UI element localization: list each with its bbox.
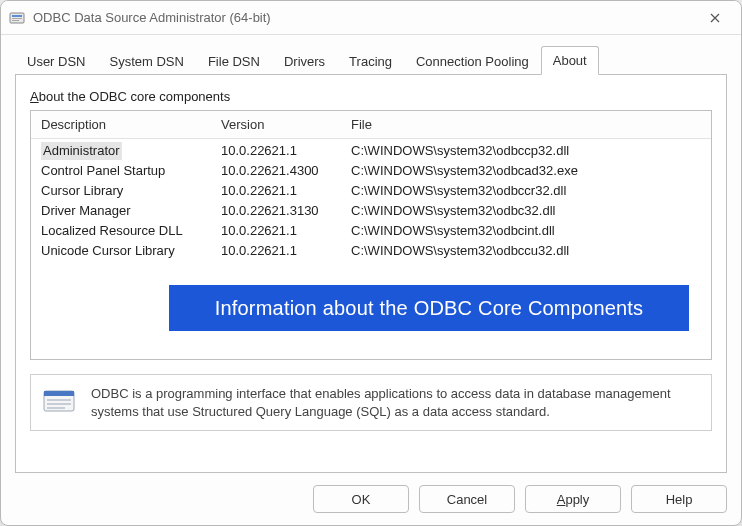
titlebar: ODBC Data Source Administrator (64-bit) [1,1,741,35]
cell-file: C:\WINDOWS\system32\odbccp32.dll [351,142,701,160]
cell-description: Localized Resource DLL [41,223,183,238]
client-area: User DSNSystem DSNFile DSNDriversTracing… [1,35,741,525]
cell-file: C:\WINDOWS\system32\odbcint.dll [351,222,701,240]
help-button[interactable]: Help [631,485,727,513]
overlay-banner: Information about the ODBC Core Componen… [169,285,689,331]
table-row[interactable]: Driver Manager10.0.22621.3130C:\WINDOWS\… [31,201,711,221]
cell-version: 10.0.22621.1 [221,142,351,160]
tab-tracing[interactable]: Tracing [337,47,404,75]
tab-panel-about: About the ODBC core components Descripti… [15,74,727,473]
svg-rect-7 [47,403,71,405]
svg-rect-8 [47,407,65,409]
col-header-file[interactable]: File [351,117,701,132]
table-row[interactable]: Control Panel Startup10.0.22621.4300C:\W… [31,161,711,181]
cell-file: C:\WINDOWS\system32\odbccr32.dll [351,182,701,200]
cancel-button[interactable]: Cancel [419,485,515,513]
cell-version: 10.0.22621.4300 [221,162,351,180]
components-list[interactable]: Description Version File Administrator10… [30,110,712,360]
tab-file-dsn[interactable]: File DSN [196,47,272,75]
table-row[interactable]: Cursor Library10.0.22621.1C:\WINDOWS\sys… [31,181,711,201]
cell-description: Cursor Library [41,183,123,198]
col-header-description[interactable]: Description [41,117,221,132]
info-box: ODBC is a programming interface that ena… [30,374,712,431]
table-row[interactable]: Administrator10.0.22621.1C:\WINDOWS\syst… [31,141,711,161]
cell-description: Control Panel Startup [41,163,165,178]
tab-drivers[interactable]: Drivers [272,47,337,75]
svg-rect-3 [12,20,19,21]
list-body: Administrator10.0.22621.1C:\WINDOWS\syst… [31,139,711,263]
cell-version: 10.0.22621.3130 [221,202,351,220]
cell-version: 10.0.22621.1 [221,242,351,260]
tab-about[interactable]: About [541,46,599,75]
cell-description: Driver Manager [41,203,131,218]
dialog-window: ODBC Data Source Administrator (64-bit) … [0,0,742,526]
close-button[interactable] [697,4,733,32]
section-label: About the ODBC core components [30,89,712,104]
cell-file: C:\WINDOWS\system32\odbc32.dll [351,202,701,220]
tab-system-dsn[interactable]: System DSN [98,47,196,75]
ok-button[interactable]: OK [313,485,409,513]
apply-button[interactable]: Apply [525,485,621,513]
window-title: ODBC Data Source Administrator (64-bit) [33,10,697,25]
svg-rect-1 [12,15,22,17]
tab-user-dsn[interactable]: User DSN [15,47,98,75]
app-icon [9,10,25,26]
button-row: OK Cancel Apply Help [15,473,727,513]
datasource-icon [43,387,77,415]
cell-file: C:\WINDOWS\system32\odbcad32.exe [351,162,701,180]
cell-version: 10.0.22621.1 [221,222,351,240]
list-header: Description Version File [31,111,711,139]
svg-rect-2 [12,18,22,19]
cell-file: C:\WINDOWS\system32\odbccu32.dll [351,242,701,260]
table-row[interactable]: Localized Resource DLL10.0.22621.1C:\WIN… [31,221,711,241]
table-row[interactable]: Unicode Cursor Library10.0.22621.1C:\WIN… [31,241,711,261]
tab-strip: User DSNSystem DSNFile DSNDriversTracing… [15,45,727,74]
tab-connection-pooling[interactable]: Connection Pooling [404,47,541,75]
cell-description: Unicode Cursor Library [41,243,175,258]
col-header-version[interactable]: Version [221,117,351,132]
cell-version: 10.0.22621.1 [221,182,351,200]
cell-description: Administrator [41,142,122,160]
info-text: ODBC is a programming interface that ena… [91,385,699,420]
svg-rect-5 [44,391,74,396]
svg-rect-6 [47,399,71,401]
